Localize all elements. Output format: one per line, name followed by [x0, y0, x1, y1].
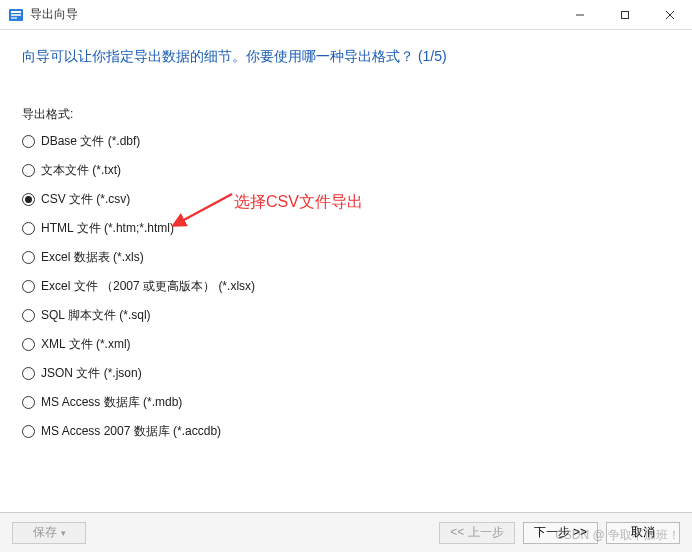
- radio-icon: [22, 164, 35, 177]
- chevron-down-icon: ▾: [61, 528, 66, 538]
- save-button-label: 保存: [33, 524, 57, 541]
- format-option-label: DBase 文件 (*.dbf): [41, 133, 140, 150]
- radio-icon: [22, 396, 35, 409]
- minimize-button[interactable]: [557, 0, 602, 30]
- titlebar-buttons: [557, 0, 692, 30]
- format-radio-list: DBase 文件 (*.dbf)文本文件 (*.txt)CSV 文件 (*.cs…: [22, 133, 670, 440]
- back-button-label: << 上一步: [450, 524, 503, 541]
- svg-rect-1: [11, 11, 21, 13]
- window-title: 导出向导: [30, 6, 78, 23]
- format-option-label: Excel 文件 （2007 或更高版本） (*.xlsx): [41, 278, 255, 295]
- next-button[interactable]: 下一步 >>: [523, 522, 598, 544]
- format-option-label: CSV 文件 (*.csv): [41, 191, 130, 208]
- radio-icon: [22, 222, 35, 235]
- cancel-button-label: 取消: [631, 524, 655, 541]
- radio-icon: [22, 251, 35, 264]
- format-option[interactable]: MS Access 2007 数据库 (*.accdb): [22, 423, 670, 440]
- wizard-footer: 保存 ▾ << 上一步 下一步 >> 取消: [0, 512, 692, 552]
- titlebar: 导出向导: [0, 0, 692, 30]
- svg-rect-3: [11, 17, 17, 19]
- section-label: 导出格式:: [22, 106, 670, 123]
- format-option[interactable]: JSON 文件 (*.json): [22, 365, 670, 382]
- format-option[interactable]: XML 文件 (*.xml): [22, 336, 670, 353]
- format-option[interactable]: 文本文件 (*.txt): [22, 162, 670, 179]
- format-option[interactable]: SQL 脚本文件 (*.sql): [22, 307, 670, 324]
- format-option[interactable]: HTML 文件 (*.htm;*.html): [22, 220, 670, 237]
- format-option[interactable]: MS Access 数据库 (*.mdb): [22, 394, 670, 411]
- format-option[interactable]: Excel 文件 （2007 或更高版本） (*.xlsx): [22, 278, 670, 295]
- back-button[interactable]: << 上一步: [439, 522, 514, 544]
- format-option-label: MS Access 2007 数据库 (*.accdb): [41, 423, 221, 440]
- format-option-label: JSON 文件 (*.json): [41, 365, 142, 382]
- format-option-label: MS Access 数据库 (*.mdb): [41, 394, 182, 411]
- radio-icon: [22, 425, 35, 438]
- radio-icon: [22, 367, 35, 380]
- wizard-content: 向导可以让你指定导出数据的细节。你要使用哪一种导出格式？ (1/5) 导出格式:…: [0, 30, 692, 450]
- format-option-label: HTML 文件 (*.htm;*.html): [41, 220, 174, 237]
- radio-icon: [22, 193, 35, 206]
- radio-icon: [22, 309, 35, 322]
- close-button[interactable]: [647, 0, 692, 30]
- maximize-button[interactable]: [602, 0, 647, 30]
- radio-icon: [22, 280, 35, 293]
- format-option-label: 文本文件 (*.txt): [41, 162, 121, 179]
- next-button-label: 下一步 >>: [534, 524, 587, 541]
- format-option-label: Excel 数据表 (*.xls): [41, 249, 144, 266]
- radio-icon: [22, 338, 35, 351]
- svg-rect-5: [621, 11, 628, 18]
- format-option[interactable]: CSV 文件 (*.csv): [22, 191, 670, 208]
- app-icon: [8, 7, 24, 23]
- format-option[interactable]: Excel 数据表 (*.xls): [22, 249, 670, 266]
- save-button[interactable]: 保存 ▾: [12, 522, 86, 544]
- svg-rect-2: [11, 14, 21, 16]
- format-option-label: SQL 脚本文件 (*.sql): [41, 307, 151, 324]
- radio-icon: [22, 135, 35, 148]
- cancel-button[interactable]: 取消: [606, 522, 680, 544]
- wizard-prompt: 向导可以让你指定导出数据的细节。你要使用哪一种导出格式？ (1/5): [22, 48, 670, 66]
- format-option[interactable]: DBase 文件 (*.dbf): [22, 133, 670, 150]
- format-option-label: XML 文件 (*.xml): [41, 336, 131, 353]
